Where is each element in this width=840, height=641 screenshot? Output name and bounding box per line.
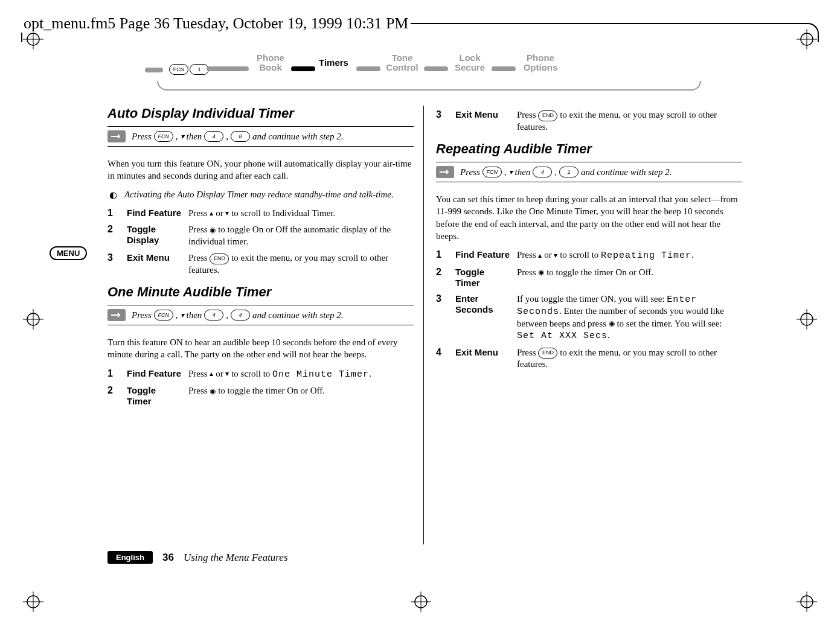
step-row: 3 Enter Seconds If you toggle the timer …: [436, 293, 742, 342]
step-row: 1 Find Feature Press ▴ or ▾ to scroll to…: [107, 368, 414, 381]
page-number: 36: [162, 552, 174, 564]
key-8-icon: 8: [231, 131, 250, 142]
page-footer: English 36 Using the Menu Features: [107, 551, 288, 564]
down-arrow-icon: ▾: [181, 132, 184, 141]
section-title-one-minute: One Minute Audible Timer: [107, 284, 414, 300]
down-arrow-icon: ▾: [509, 168, 513, 176]
step-list: 3 Exit Menu Press END to exit the menu, …: [436, 109, 742, 133]
paragraph: When you turn this feature ON, your phon…: [107, 158, 414, 182]
paragraph: You can set this timer to beep during yo…: [436, 193, 742, 242]
nav-tone-control: Tone Control: [384, 53, 420, 72]
nav-phone-book: Phone Book: [252, 53, 289, 72]
language-badge: English: [107, 551, 153, 564]
key-4-icon: 4: [204, 310, 223, 320]
nav-lock-secure: Lock Secure: [452, 53, 488, 72]
select-icon: ◉: [538, 268, 544, 278]
menu-badge: MENU: [50, 246, 87, 260]
step-row: 3 Exit Menu Press END to exit the menu, …: [107, 252, 414, 276]
select-icon: ◉: [210, 387, 216, 397]
key-4-icon: 4: [533, 167, 552, 177]
step-row: 1 Find Feature Press ▴ or ▾ to scroll to…: [107, 208, 414, 220]
section-title-repeating: Repeating Audible Timer: [436, 141, 742, 157]
end-key-icon: END: [210, 254, 229, 264]
registration-mark-icon: [23, 592, 43, 612]
nav-phone-options: Phone Options: [519, 53, 562, 72]
fcn-key-icon: FCN: [154, 310, 173, 320]
step-list: 1 Find Feature Press ▴ or ▾ to scroll to…: [107, 368, 414, 407]
step-list: 1 Find Feature Press ▴ or ▾ to scroll to…: [436, 249, 742, 371]
registration-mark-icon: [797, 592, 817, 612]
info-icon: ◐: [107, 190, 118, 200]
key-4-icon: 4: [231, 310, 250, 320]
framemaker-header: opt_menu.fm5 Page 36 Tuesday, October 19…: [21, 6, 819, 42]
step-row: 2 Toggle Display Press ◉ to toggle On or…: [107, 224, 414, 247]
down-arrow-icon: ▾: [181, 311, 184, 319]
shortcut-arrow-icon: [107, 309, 126, 321]
step-list: 1 Find Feature Press ▴ or ▾ to scroll to…: [107, 208, 414, 276]
registration-mark-icon: [411, 592, 431, 612]
key-1-icon: 1: [559, 167, 579, 177]
key-4-icon: 4: [204, 131, 223, 142]
select-icon: ◉: [609, 319, 615, 329]
footer-title: Using the Menu Features: [184, 552, 288, 564]
step-row: 1 Find Feature Press ▴ or ▾ to scroll to…: [436, 249, 742, 262]
fcn-key-icon: FCN: [154, 131, 173, 142]
note: ◐ Activating the Auto Display Timer may …: [107, 190, 414, 200]
shortcut-line: Press FCN, ▾ then 4, 4 and continue with…: [107, 305, 414, 325]
step-row: 3 Exit Menu Press END to exit the menu, …: [436, 109, 742, 133]
fcn-key-icon: FCN: [169, 64, 188, 75]
step-row: 2 Toggle Timer Press ◉ to toggle the tim…: [107, 385, 414, 407]
shortcut-line: Press FCN, ▾ then 4, 1 and continue with…: [436, 162, 742, 182]
shortcut-arrow-icon: [436, 166, 454, 178]
header-text: opt_menu.fm5 Page 36 Tuesday, October 19…: [21, 14, 411, 33]
registration-mark-icon: [23, 309, 43, 330]
menu-path-nav: FCN 1 Phone Book Timers Tone Control Loc…: [151, 53, 701, 92]
nav-timers: Timers: [319, 58, 348, 68]
paragraph: Turn this feature ON to hear an audible …: [107, 336, 414, 361]
end-key-icon: END: [538, 348, 557, 359]
shortcut-arrow-icon: [107, 130, 126, 142]
step-row: 4 Exit Menu Press END to exit the menu, …: [436, 347, 742, 371]
registration-mark-icon: [797, 309, 817, 330]
section-title-auto-display: Auto Display Individual Timer: [107, 106, 414, 121]
end-key-icon: END: [538, 110, 557, 121]
select-icon: ◉: [210, 226, 216, 235]
fcn-key-icon: FCN: [483, 167, 502, 177]
shortcut-line: Press FCN, ▾ then 4, 8 and continue with…: [107, 126, 414, 147]
step-row: 2 Toggle Timer Press ◉ to toggle the tim…: [436, 267, 742, 289]
